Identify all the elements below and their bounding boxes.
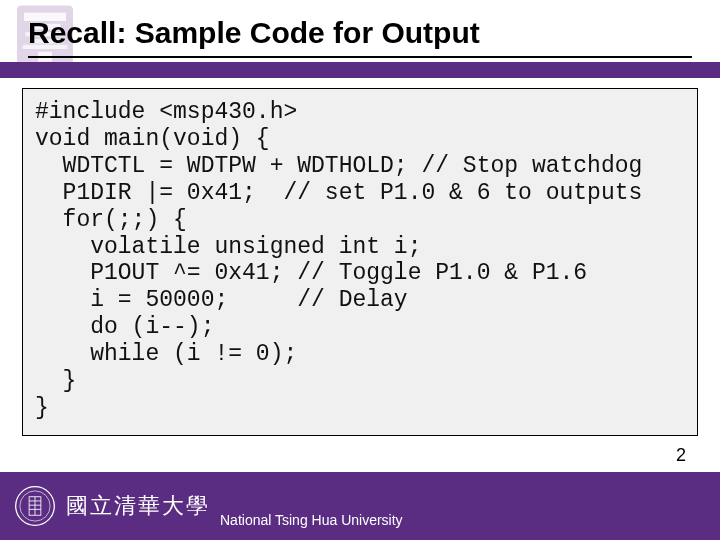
title-underline <box>28 56 692 58</box>
slide-title: Recall: Sample Code for Output <box>28 16 480 50</box>
code-sample-box: #include <msp430.h> void main(void) { WD… <box>22 88 698 436</box>
footer-bar: 國立清華大學 National Tsing Hua University <box>0 472 720 540</box>
title-accent-bar <box>0 62 720 78</box>
footer-university-name-cn: 國立清華大學 <box>66 491 210 521</box>
nthu-seal-icon <box>14 485 56 527</box>
slide: Recall: Sample Code for Output #include … <box>0 0 720 540</box>
footer-university-name-en: National Tsing Hua University <box>220 512 403 528</box>
page-number: 2 <box>676 445 686 466</box>
